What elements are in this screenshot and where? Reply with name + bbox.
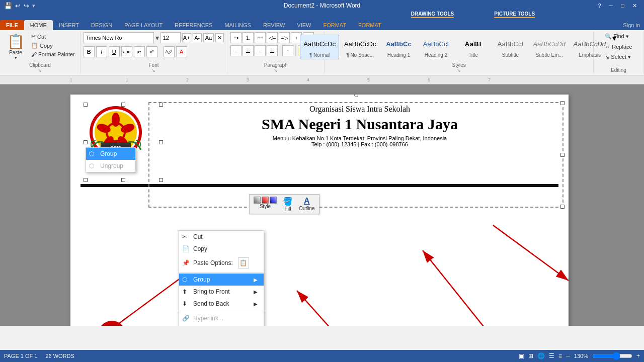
svg-line-16 <box>493 225 569 281</box>
align-center-button[interactable]: ☰ <box>243 45 254 56</box>
underline-button[interactable]: U <box>109 46 120 57</box>
tab-page-layout[interactable]: PAGE LAYOUT <box>118 20 169 30</box>
ctx-bring-front[interactable]: ⬆ Bring to Front ▶ <box>179 286 264 298</box>
style-heading2[interactable]: AaBbCcI Heading 2 <box>418 35 453 59</box>
font-case-button[interactable]: Aa <box>203 33 214 42</box>
minimize-button[interactable]: ─ <box>606 3 616 9</box>
clipboard-label: Clipboard <box>29 61 51 68</box>
selection-handle-ml <box>84 140 88 144</box>
selection-handle-br <box>159 178 163 182</box>
style-toolbar-btn[interactable]: Style <box>254 197 277 212</box>
superscript-button[interactable]: x² <box>146 46 157 57</box>
font-color-button[interactable]: A <box>176 46 187 57</box>
word-count: 26 WORDS <box>45 353 74 359</box>
style-title[interactable]: AaBI Title <box>455 35 491 59</box>
style-subtle-em[interactable]: AaBbCcDd Subtle Em... <box>530 35 568 59</box>
font-label: Font <box>148 61 158 68</box>
paste-button[interactable]: 📋 Paste ▾ <box>3 32 28 61</box>
submenu-ungroup[interactable]: ⬡ Ungroup <box>86 160 135 172</box>
shape-toolbar: Style 🪣 Fill A Outline <box>249 194 319 214</box>
font-name-input[interactable] <box>84 32 154 43</box>
tab-home[interactable]: HOME <box>24 20 53 30</box>
italic-button[interactable]: I <box>96 46 107 57</box>
font-size-input[interactable] <box>160 32 181 43</box>
maximize-button[interactable]: □ <box>618 3 627 9</box>
page-count: PAGE 1 OF 1 <box>4 353 37 359</box>
ctx-paste-options[interactable]: 📌 Paste Options: 📋 <box>179 255 264 271</box>
selection-handle-tr <box>159 103 163 107</box>
zoom-in-button[interactable]: + <box>636 352 640 359</box>
tab-view[interactable]: VIEW <box>291 20 317 30</box>
close-button[interactable]: ✕ <box>629 3 640 9</box>
document-area[interactable]: OSIS ORGANISASI SISWA Organisasi Siswa I… <box>0 84 644 326</box>
clear-format-button[interactable]: ✕ <box>215 33 224 42</box>
increase-indent-button[interactable]: =▷ <box>279 32 290 43</box>
context-menu: ✂ Cut 📄 Copy 📌 Paste Options: 📋 ⬡ Group … <box>179 230 264 326</box>
submenu-group[interactable]: ⬡ Group <box>86 148 135 160</box>
strikethrough-button[interactable]: abc <box>121 46 132 57</box>
justify-button[interactable]: ☰ <box>267 45 278 56</box>
styles-label: Styles <box>452 61 465 68</box>
decrease-font-button[interactable]: A- <box>193 33 202 42</box>
tab-mailings[interactable]: MAILINGS <box>218 20 257 30</box>
svg-point-5 <box>112 113 120 127</box>
view-web[interactable]: 🌐 <box>537 352 545 359</box>
bold-button[interactable]: B <box>84 46 95 57</box>
selection-handle-tm <box>121 103 125 107</box>
multilevel-button[interactable]: ≡≡ <box>255 32 266 43</box>
ctx-group[interactable]: ⬡ Group ▶ <box>179 274 264 286</box>
tab-format2[interactable]: FORMAT <box>352 20 387 30</box>
group-submenu: ⬡ Group ⬡ Ungroup <box>86 147 136 172</box>
school-name: SMA Negeri 1 Nusantara Jaya <box>166 116 553 132</box>
increase-font-button[interactable]: A+ <box>182 33 191 42</box>
help-button[interactable]: ? <box>595 3 604 9</box>
decrease-indent-button[interactable]: ◁= <box>267 32 278 43</box>
format-painter-button[interactable]: 🖌Format Painter <box>29 50 77 58</box>
selection-handle-bm <box>121 178 125 182</box>
ctx-send-back[interactable]: ⬇ Send to Back ▶ <box>179 298 264 310</box>
paragraph-label: Paragraph <box>264 61 288 68</box>
bullets-button[interactable]: ≡• <box>230 32 242 43</box>
copy-button[interactable]: 📋Copy <box>29 41 77 50</box>
header-divider2 <box>80 187 558 187</box>
outline-toolbar-btn[interactable]: A Outline <box>299 197 315 212</box>
find-button[interactable]: 🔍Find ▾ <box>603 32 634 41</box>
arrows-svg <box>70 210 569 326</box>
tab-bar: FILE HOME INSERT DESIGN PAGE LAYOUT REFE… <box>0 18 644 30</box>
numbering-button[interactable]: 1. <box>243 32 254 43</box>
view-draft[interactable]: ≡ <box>558 352 562 359</box>
tab-design[interactable]: DESIGN <box>85 20 118 30</box>
align-right-button[interactable]: ≡ <box>255 45 266 56</box>
style-heading1[interactable]: AaBbCc Heading 1 <box>381 35 416 59</box>
tab-references[interactable]: REFERENCES <box>169 20 218 30</box>
select-button[interactable]: ↘Select ▾ <box>603 53 634 61</box>
view-print-layout[interactable]: ▣ <box>519 352 524 359</box>
ctx-hyperlink[interactable]: 🔗 Hyperlink... <box>179 312 264 324</box>
fill-toolbar-btn[interactable]: 🪣 Fill <box>283 197 293 212</box>
editing-group: 🔍Find ▾ ↔Replace ↘Select ▾ Editing <box>594 31 644 74</box>
tab-file[interactable]: FILE <box>0 20 24 30</box>
ctx-cut[interactable]: ✂ Cut <box>179 231 264 243</box>
tab-format1[interactable]: FORMAT <box>317 20 352 30</box>
style-no-spacing[interactable]: AaBbCcDc ¶ No Spac... <box>341 35 379 59</box>
zoom-slider[interactable] <box>592 352 632 360</box>
align-left-button[interactable]: ≡ <box>230 45 242 56</box>
clipboard-group: 📋 Paste ▾ ✂Cut 📋Copy 🖌Format Painter <box>0 31 80 74</box>
tab-review[interactable]: REVIEW <box>257 20 291 30</box>
ctx-insert-caption[interactable]: 📄 Insert Caption... <box>179 324 264 326</box>
line-spacing-button[interactable]: ↕ <box>282 45 293 56</box>
subscript-button[interactable]: x₂ <box>134 46 145 57</box>
quick-access-toolbar: 💾 ↩ ↪ ▾ <box>4 2 35 10</box>
selection-handle-br2 <box>560 205 565 209</box>
replace-button[interactable]: ↔Replace <box>603 43 634 51</box>
view-outline[interactable]: ☰ <box>549 352 554 359</box>
style-normal[interactable]: AaBbCcDc ¶ Normal <box>300 35 339 59</box>
ctx-copy[interactable]: 📄 Copy <box>179 243 264 255</box>
text-highlight-button[interactable]: A🖊 <box>164 46 175 57</box>
tab-insert[interactable]: INSERT <box>53 20 85 30</box>
view-full-screen[interactable]: ⊞ <box>528 352 533 359</box>
zoom-level: 130% <box>574 353 588 359</box>
cut-button[interactable]: ✂Cut <box>29 32 77 41</box>
selection-handle-mr <box>159 140 163 144</box>
style-subtitle[interactable]: AaBbCcI Subtitle <box>493 35 528 59</box>
